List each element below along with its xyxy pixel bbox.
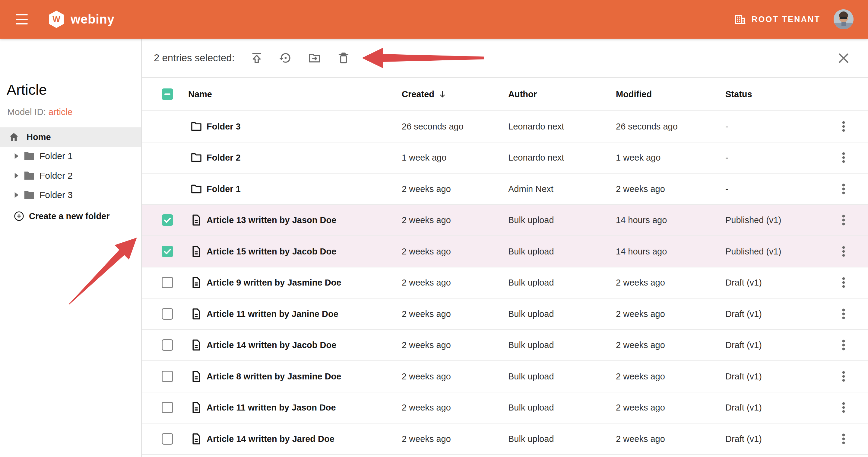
table-row[interactable]: Article 11 written by Jason Doe 2 weeks … — [142, 392, 868, 424]
row-name[interactable]: Article 13 written by Jason Doe — [207, 215, 336, 225]
row-menu-button[interactable] — [837, 245, 850, 258]
row-status: - — [725, 153, 728, 163]
row-created: 2 weeks ago — [402, 434, 451, 444]
caret-right-icon[interactable] — [14, 153, 19, 159]
row-name[interactable]: Article 11 written by Janine Doe — [207, 309, 338, 319]
row-menu-button[interactable] — [837, 276, 850, 289]
sidebar-folder-item[interactable]: Folder 3 — [0, 185, 141, 205]
row-menu-button[interactable] — [837, 182, 850, 196]
row-author: Leonardo next — [508, 121, 564, 131]
create-folder-button[interactable]: Create a new folder — [0, 206, 141, 226]
row-menu-button[interactable] — [837, 213, 850, 227]
table-row[interactable]: Article 15 written by Jacob Doe 2 weeks … — [142, 236, 868, 267]
row-modified: 14 hours ago — [616, 215, 667, 225]
folder-label: Folder 2 — [39, 171, 73, 181]
kebab-menu-icon — [837, 338, 850, 352]
folder-icon — [190, 120, 203, 133]
indeterminate-mark — [164, 93, 170, 95]
kebab-menu-icon — [837, 213, 850, 227]
delete-entries-button[interactable] — [337, 51, 350, 65]
close-selection-button[interactable] — [837, 51, 850, 65]
row-menu-button[interactable] — [837, 307, 850, 321]
row-name[interactable]: Article 14 written by Jacob Doe — [207, 340, 336, 350]
caret-right-icon[interactable] — [14, 173, 19, 178]
row-checkbox[interactable] — [162, 402, 173, 413]
sidebar-item-home[interactable]: Home — [0, 127, 141, 147]
row-checkbox[interactable] — [162, 214, 173, 226]
folder-icon — [190, 151, 203, 164]
model-id: Model ID:article — [7, 107, 72, 117]
model-id-value[interactable]: article — [48, 107, 72, 117]
row-checkbox[interactable] — [162, 339, 173, 351]
row-status: - — [725, 121, 728, 131]
table-row[interactable]: Article 14 written by Jared Doe 2 weeks … — [142, 424, 868, 455]
row-checkbox[interactable] — [162, 433, 173, 445]
sidebar-folder-item[interactable]: Folder 2 — [0, 166, 141, 185]
row-name[interactable]: Article 14 written by Jared Doe — [207, 434, 335, 444]
row-name[interactable]: Article 15 written by Jacob Doe — [207, 246, 336, 256]
restore-entries-button[interactable] — [279, 51, 292, 65]
check-icon — [162, 215, 172, 225]
row-modified: 14 hours ago — [616, 246, 667, 256]
row-name[interactable]: Article 8 written by Jasmine Doe — [207, 371, 341, 381]
row-checkbox[interactable] — [162, 277, 173, 288]
trash-icon — [337, 51, 350, 65]
row-modified: 2 weeks ago — [616, 184, 665, 194]
column-header-status[interactable]: Status — [725, 89, 752, 99]
row-author: Bulk upload — [508, 434, 554, 444]
user-avatar[interactable] — [834, 9, 854, 29]
row-menu-button[interactable] — [837, 151, 850, 165]
row-name[interactable]: Folder 2 — [207, 153, 241, 163]
model-id-label: Model ID: — [7, 107, 46, 117]
row-status: Draft (v1) — [725, 371, 762, 381]
row-created: 2 weeks ago — [402, 246, 451, 256]
row-menu-button[interactable] — [837, 119, 850, 134]
table-row[interactable]: Folder 1 2 weeks ago Admin Next 2 weeks … — [142, 174, 868, 205]
circle-plus-icon — [13, 210, 25, 222]
table-row[interactable]: Article 14 written by Jacob Doe 2 weeks … — [142, 330, 868, 361]
table-row[interactable]: Article 9 written by Jasmine Doe 2 weeks… — [142, 267, 868, 299]
selected-count-text: 2 entries selected: — [154, 52, 235, 64]
row-name[interactable]: Folder 1 — [207, 184, 241, 194]
row-modified: 2 weeks ago — [616, 340, 665, 350]
row-name[interactable]: Article 9 written by Jasmine Doe — [207, 278, 341, 288]
row-status: Draft (v1) — [725, 278, 762, 288]
row-menu-button[interactable] — [837, 432, 850, 446]
row-menu-button[interactable] — [837, 401, 850, 415]
column-header-modified[interactable]: Modified — [616, 89, 652, 99]
select-all-checkbox[interactable] — [162, 88, 173, 100]
row-created: 1 week ago — [402, 153, 446, 163]
menu-hamburger-icon[interactable] — [16, 14, 28, 24]
document-icon — [190, 433, 203, 445]
row-menu-button[interactable] — [837, 338, 850, 352]
row-menu-button[interactable] — [837, 369, 850, 383]
row-checkbox[interactable] — [162, 246, 173, 257]
row-created: 2 weeks ago — [402, 309, 451, 319]
webiny-logo[interactable]: W webiny — [48, 10, 114, 29]
row-created: 2 weeks ago — [402, 278, 451, 288]
column-header-created[interactable]: Created — [402, 89, 447, 99]
folder-icon — [24, 190, 35, 200]
move-entries-button[interactable] — [308, 51, 321, 65]
row-checkbox[interactable] — [162, 308, 173, 320]
table-row[interactable]: Article 13 written by Jason Doe 2 weeks … — [142, 205, 868, 236]
caret-right-icon[interactable] — [14, 192, 19, 198]
sidebar-folder-item[interactable]: Folder 1 — [0, 146, 141, 166]
column-header-author[interactable]: Author — [508, 89, 537, 99]
webiny-hexagon-icon: W — [48, 10, 65, 29]
publish-entries-button[interactable] — [250, 51, 264, 65]
column-header-name[interactable]: Name — [188, 89, 212, 99]
table-row[interactable]: Folder 2 1 week ago Leonardo next 1 week… — [142, 142, 868, 174]
home-icon — [8, 132, 19, 142]
home-label: Home — [27, 132, 51, 142]
row-checkbox[interactable] — [162, 371, 173, 382]
table-row[interactable]: Article 8 written by Jasmine Doe 2 weeks… — [142, 361, 868, 392]
row-name[interactable]: Article 11 written by Jason Doe — [207, 403, 336, 412]
document-icon — [190, 214, 203, 226]
table-row[interactable]: Article 11 written by Janine Doe 2 weeks… — [142, 298, 868, 330]
row-created: 2 weeks ago — [402, 184, 451, 194]
row-author: Leonardo next — [508, 153, 564, 163]
table-row[interactable]: Folder 3 26 seconds ago Leonardo next 26… — [142, 111, 868, 142]
tenant-selector[interactable]: ROOT TENANT — [734, 13, 820, 26]
row-name[interactable]: Folder 3 — [207, 121, 241, 131]
